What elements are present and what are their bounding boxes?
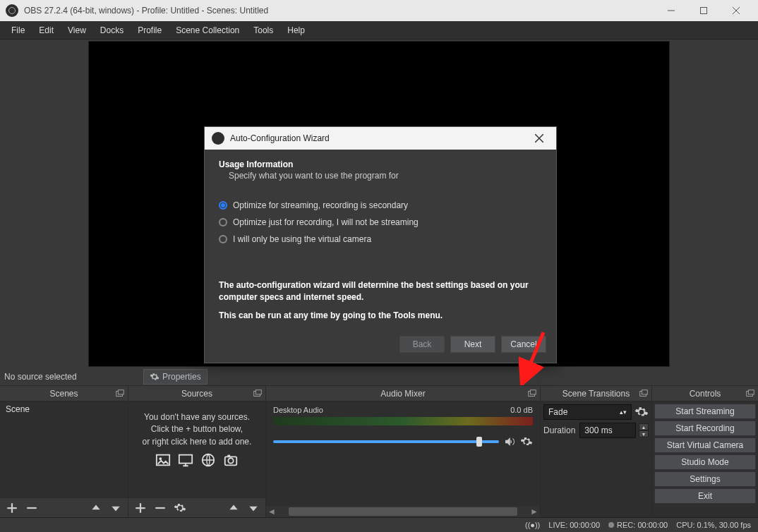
menu-scene-collection[interactable]: Scene Collection xyxy=(169,23,246,38)
speaker-icon[interactable] xyxy=(503,435,516,448)
gear-icon[interactable] xyxy=(634,405,649,419)
scroll-left-icon[interactable]: ◄ xyxy=(266,506,277,517)
dock-panels: Scenes Scene Sources You don't have any … xyxy=(0,386,758,517)
window-title: OBS 27.2.4 (64-bit, windows) - Profile: … xyxy=(24,6,655,16)
wizard-titlebar[interactable]: Auto-Configuration Wizard xyxy=(205,127,556,150)
wizard-title: Auto-Configuration Wizard xyxy=(230,133,529,143)
mixer-scrollbar[interactable]: ◄ ► xyxy=(266,506,540,517)
window-maximize-button[interactable] xyxy=(687,0,720,21)
move-scene-up-button[interactable] xyxy=(90,502,102,514)
move-source-up-button[interactable] xyxy=(227,502,240,514)
start-recording-button[interactable]: Start Recording xyxy=(654,421,756,436)
scenes-header[interactable]: Scenes xyxy=(0,386,128,401)
volume-slider[interactable] xyxy=(273,440,499,443)
start-virtual-camera-button[interactable]: Start Virtual Camera xyxy=(654,437,756,453)
status-cpu: CPU: 0.1%, 30.00 fps xyxy=(676,521,751,529)
wizard-option-label: Optimize for streaming, recording is sec… xyxy=(233,200,408,210)
menu-help[interactable]: Help xyxy=(280,23,312,38)
menu-view[interactable]: View xyxy=(61,23,93,38)
duration-up-button[interactable]: ▲ xyxy=(639,423,649,430)
popout-icon[interactable] xyxy=(745,389,755,399)
move-scene-down-button[interactable] xyxy=(109,502,122,514)
menu-docks[interactable]: Docks xyxy=(93,23,131,38)
controls-header[interactable]: Controls xyxy=(652,386,758,401)
camera-icon xyxy=(222,452,240,468)
sources-empty-line3: or right click here to add one. xyxy=(134,436,260,448)
wizard-close-button[interactable] xyxy=(529,128,549,148)
popout-icon[interactable] xyxy=(115,389,125,399)
window-close-button[interactable] xyxy=(720,0,752,21)
remove-source-button[interactable] xyxy=(154,502,167,514)
svg-point-9 xyxy=(160,458,162,461)
status-rec: REC: 00:00:00 xyxy=(617,521,668,529)
popout-icon[interactable] xyxy=(639,389,649,399)
sources-header[interactable]: Sources xyxy=(128,386,265,401)
scenes-panel: Scenes Scene xyxy=(0,386,128,517)
sources-empty-line1: You don't have any sources. xyxy=(134,411,260,423)
source-toolbar: No source selected Properties xyxy=(0,368,758,386)
status-bar: ((●)) LIVE: 00:00:00 REC: 00:00:00 CPU: … xyxy=(0,517,758,532)
transitions-body: Fade ▴▾ Duration 300 ms ▲ ▼ xyxy=(541,401,651,517)
menu-file[interactable]: File xyxy=(4,23,32,38)
transitions-header[interactable]: Scene Transitions xyxy=(541,386,651,401)
menu-profile[interactable]: Profile xyxy=(131,23,169,38)
settings-button[interactable]: Settings xyxy=(654,471,756,487)
properties-label: Properties xyxy=(162,372,201,382)
wizard-next-button[interactable]: Next xyxy=(450,336,495,353)
mixer-header[interactable]: Audio Mixer xyxy=(266,386,540,401)
obs-logo-icon xyxy=(212,132,224,145)
duration-value: 300 ms xyxy=(584,425,612,435)
studio-mode-button[interactable]: Studio Mode xyxy=(654,454,756,470)
wizard-heading: Usage Information xyxy=(219,159,542,169)
transitions-title: Scene Transitions xyxy=(563,389,630,399)
properties-button[interactable]: Properties xyxy=(143,369,207,385)
scrollbar-thumb[interactable] xyxy=(289,507,517,516)
audio-meter xyxy=(273,417,533,425)
radio-icon[interactable] xyxy=(219,218,227,226)
wizard-option-recording[interactable]: Optimize just for recording, I will not … xyxy=(219,217,542,227)
duration-down-button[interactable]: ▼ xyxy=(639,430,649,437)
controls-panel: Controls Start Streaming Start Recording… xyxy=(652,386,758,517)
svg-rect-10 xyxy=(179,455,192,464)
gear-icon[interactable] xyxy=(520,435,533,448)
wizard-back-button[interactable]: Back xyxy=(399,336,445,353)
duration-input[interactable]: 300 ms xyxy=(579,423,636,438)
mixer-body: Desktop Audio 0.0 dB ◄ ► xyxy=(266,401,540,517)
transition-select[interactable]: Fade ▴▾ xyxy=(543,404,632,420)
radio-icon[interactable] xyxy=(219,201,227,210)
svg-point-13 xyxy=(228,458,233,463)
popout-icon[interactable] xyxy=(527,389,537,399)
source-settings-button[interactable] xyxy=(174,502,186,514)
transitions-panel: Scene Transitions Fade ▴▾ Duration 300 m… xyxy=(541,386,652,517)
wizard-cancel-button[interactable]: Cancel xyxy=(501,336,546,353)
svg-rect-1 xyxy=(701,8,707,14)
popout-icon[interactable] xyxy=(253,389,263,399)
wizard-subheading: Specify what you want to use the program… xyxy=(219,171,542,181)
radio-icon[interactable] xyxy=(219,235,227,243)
controls-body: Start Streaming Start Recording Start Vi… xyxy=(652,401,758,517)
add-scene-button[interactable] xyxy=(6,502,18,514)
chevron-updown-icon: ▴▾ xyxy=(620,409,627,416)
remove-scene-button[interactable] xyxy=(25,502,38,514)
exit-button[interactable]: Exit xyxy=(654,488,756,504)
audio-mixer-panel: Audio Mixer Desktop Audio 0.0 dB ◄ xyxy=(266,386,541,517)
slider-thumb[interactable] xyxy=(476,437,482,447)
wizard-option-virtual-camera[interactable]: I will only be using the virtual camera xyxy=(219,234,542,244)
svg-rect-16 xyxy=(530,390,536,394)
wizard-option-streaming[interactable]: Optimize for streaming, recording is sec… xyxy=(219,200,542,210)
menu-bar: File Edit View Docks Profile Scene Colle… xyxy=(0,21,758,40)
duration-label: Duration xyxy=(543,425,577,435)
menu-tools[interactable]: Tools xyxy=(246,23,280,38)
auto-config-wizard-dialog: Auto-Configuration Wizard Usage Informat… xyxy=(204,126,557,363)
add-source-button[interactable] xyxy=(134,502,147,514)
window-minimize-button[interactable] xyxy=(655,0,687,21)
sources-list[interactable]: You don't have any sources. Click the + … xyxy=(128,401,265,497)
menu-edit[interactable]: Edit xyxy=(32,23,61,38)
window-titlebar: OBS 27.2.4 (64-bit, windows) - Profile: … xyxy=(0,0,758,21)
move-source-down-button[interactable] xyxy=(247,502,260,514)
scroll-right-icon[interactable]: ► xyxy=(529,506,540,517)
start-streaming-button[interactable]: Start Streaming xyxy=(654,404,756,419)
scene-item[interactable]: Scene xyxy=(0,401,128,417)
mixer-channel-name: Desktop Audio xyxy=(273,406,323,414)
scenes-list[interactable]: Scene xyxy=(0,401,128,497)
